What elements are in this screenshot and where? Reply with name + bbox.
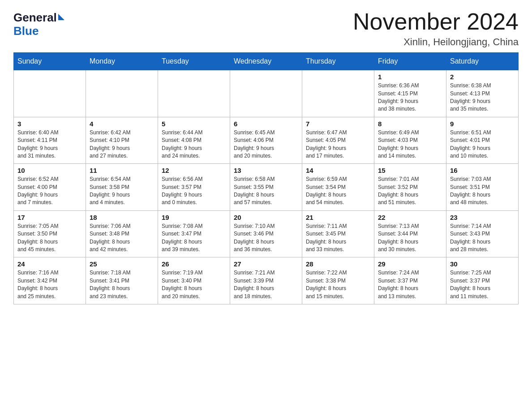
day-number: 11 — [90, 167, 154, 174]
day-number: 14 — [306, 167, 370, 174]
calendar-cell: 7Sunrise: 6:47 AM Sunset: 4:05 PM Daylig… — [302, 117, 374, 164]
day-info: Sunrise: 7:25 AM Sunset: 3:37 PM Dayligh… — [450, 269, 515, 300]
day-number: 22 — [378, 214, 442, 221]
logo: General Blue — [13, 11, 64, 38]
title-section: November 2024 Xinlin, Heilongjiang, Chin… — [353, 9, 519, 48]
day-number: 16 — [450, 167, 515, 174]
day-number: 15 — [378, 167, 442, 174]
calendar-cell — [230, 70, 302, 117]
calendar-cell: 20Sunrise: 7:10 AM Sunset: 3:46 PM Dayli… — [230, 210, 302, 257]
weekday-header-monday: Monday — [86, 53, 158, 70]
calendar-cell: 23Sunrise: 7:14 AM Sunset: 3:43 PM Dayli… — [446, 210, 519, 257]
day-number: 26 — [162, 260, 226, 268]
day-info: Sunrise: 7:24 AM Sunset: 3:37 PM Dayligh… — [378, 269, 442, 300]
calendar-cell: 3Sunrise: 6:40 AM Sunset: 4:11 PM Daylig… — [14, 117, 86, 164]
day-info: Sunrise: 7:13 AM Sunset: 3:44 PM Dayligh… — [378, 223, 442, 254]
calendar-cell: 15Sunrise: 7:01 AM Sunset: 3:52 PM Dayli… — [374, 164, 446, 211]
calendar-cell — [14, 70, 86, 117]
calendar-cell: 13Sunrise: 6:58 AM Sunset: 3:55 PM Dayli… — [230, 164, 302, 211]
calendar-week-row: 17Sunrise: 7:05 AM Sunset: 3:50 PM Dayli… — [14, 210, 519, 257]
calendar-week-row: 1Sunrise: 6:36 AM Sunset: 4:15 PM Daylig… — [14, 70, 519, 117]
page-header: General Blue November 2024 Xinlin, Heilo… — [13, 9, 519, 48]
calendar-week-row: 3Sunrise: 6:40 AM Sunset: 4:11 PM Daylig… — [14, 117, 519, 164]
day-number: 12 — [162, 167, 226, 174]
calendar-cell — [158, 70, 230, 117]
day-number: 2 — [450, 73, 515, 81]
day-number: 9 — [450, 120, 515, 128]
calendar-cell: 28Sunrise: 7:22 AM Sunset: 3:38 PM Dayli… — [302, 257, 374, 304]
calendar-cell — [302, 70, 374, 117]
day-number: 28 — [306, 260, 370, 268]
day-info: Sunrise: 6:40 AM Sunset: 4:11 PM Dayligh… — [17, 129, 82, 160]
calendar-cell: 26Sunrise: 7:19 AM Sunset: 3:40 PM Dayli… — [158, 257, 230, 304]
day-info: Sunrise: 6:54 AM Sunset: 3:58 PM Dayligh… — [90, 176, 154, 207]
day-info: Sunrise: 7:10 AM Sunset: 3:46 PM Dayligh… — [234, 223, 298, 254]
day-info: Sunrise: 7:05 AM Sunset: 3:50 PM Dayligh… — [17, 223, 82, 254]
day-info: Sunrise: 6:38 AM Sunset: 4:13 PM Dayligh… — [450, 82, 515, 113]
day-info: Sunrise: 6:52 AM Sunset: 4:00 PM Dayligh… — [17, 176, 82, 207]
day-info: Sunrise: 6:44 AM Sunset: 4:08 PM Dayligh… — [162, 129, 226, 160]
calendar-cell: 8Sunrise: 6:49 AM Sunset: 4:03 PM Daylig… — [374, 117, 446, 164]
weekday-header-sunday: Sunday — [14, 53, 86, 70]
day-info: Sunrise: 6:42 AM Sunset: 4:10 PM Dayligh… — [90, 129, 154, 160]
day-number: 25 — [90, 260, 154, 268]
day-info: Sunrise: 7:22 AM Sunset: 3:38 PM Dayligh… — [306, 269, 370, 300]
calendar-cell: 11Sunrise: 6:54 AM Sunset: 3:58 PM Dayli… — [86, 164, 158, 211]
calendar-cell: 27Sunrise: 7:21 AM Sunset: 3:39 PM Dayli… — [230, 257, 302, 304]
day-number: 1 — [378, 73, 442, 81]
day-number: 23 — [450, 214, 515, 221]
calendar-cell: 12Sunrise: 6:56 AM Sunset: 3:57 PM Dayli… — [158, 164, 230, 211]
calendar-cell: 10Sunrise: 6:52 AM Sunset: 4:00 PM Dayli… — [14, 164, 86, 211]
weekday-header-thursday: Thursday — [302, 53, 374, 70]
location-title: Xinlin, Heilongjiang, China — [353, 36, 519, 48]
day-info: Sunrise: 7:21 AM Sunset: 3:39 PM Dayligh… — [234, 269, 298, 300]
weekday-header-tuesday: Tuesday — [158, 53, 230, 70]
day-number: 24 — [17, 260, 82, 268]
day-number: 4 — [90, 120, 154, 128]
day-number: 29 — [378, 260, 442, 268]
weekday-header-wednesday: Wednesday — [230, 53, 302, 70]
day-info: Sunrise: 7:19 AM Sunset: 3:40 PM Dayligh… — [162, 269, 226, 300]
day-number: 21 — [306, 214, 370, 221]
calendar-cell: 22Sunrise: 7:13 AM Sunset: 3:44 PM Dayli… — [374, 210, 446, 257]
calendar-cell — [86, 70, 158, 117]
day-number: 13 — [234, 167, 298, 174]
calendar-cell: 29Sunrise: 7:24 AM Sunset: 3:37 PM Dayli… — [374, 257, 446, 304]
calendar-cell: 24Sunrise: 7:16 AM Sunset: 3:42 PM Dayli… — [14, 257, 86, 304]
weekday-header-saturday: Saturday — [446, 53, 519, 70]
day-number: 20 — [234, 214, 298, 221]
day-info: Sunrise: 6:45 AM Sunset: 4:06 PM Dayligh… — [234, 129, 298, 160]
calendar-cell: 5Sunrise: 6:44 AM Sunset: 4:08 PM Daylig… — [158, 117, 230, 164]
day-info: Sunrise: 7:01 AM Sunset: 3:52 PM Dayligh… — [378, 176, 442, 207]
day-info: Sunrise: 7:03 AM Sunset: 3:51 PM Dayligh… — [450, 176, 515, 207]
day-number: 10 — [17, 167, 82, 174]
calendar-cell: 4Sunrise: 6:42 AM Sunset: 4:10 PM Daylig… — [86, 117, 158, 164]
logo-general-text: General — [13, 11, 57, 24]
calendar-cell: 21Sunrise: 7:11 AM Sunset: 3:45 PM Dayli… — [302, 210, 374, 257]
calendar-cell: 2Sunrise: 6:38 AM Sunset: 4:13 PM Daylig… — [446, 70, 519, 117]
logo-blue-text: Blue — [13, 24, 39, 38]
day-number: 30 — [450, 260, 515, 268]
calendar-week-row: 24Sunrise: 7:16 AM Sunset: 3:42 PM Dayli… — [14, 257, 519, 304]
day-info: Sunrise: 6:59 AM Sunset: 3:54 PM Dayligh… — [306, 176, 370, 207]
calendar-week-row: 10Sunrise: 6:52 AM Sunset: 4:00 PM Dayli… — [14, 164, 519, 211]
day-number: 18 — [90, 214, 154, 221]
day-info: Sunrise: 6:36 AM Sunset: 4:15 PM Dayligh… — [378, 82, 442, 113]
day-number: 3 — [17, 120, 82, 128]
day-number: 7 — [306, 120, 370, 128]
day-info: Sunrise: 7:16 AM Sunset: 3:42 PM Dayligh… — [17, 269, 82, 300]
calendar-cell: 1Sunrise: 6:36 AM Sunset: 4:15 PM Daylig… — [374, 70, 446, 117]
day-info: Sunrise: 6:56 AM Sunset: 3:57 PM Dayligh… — [162, 176, 226, 207]
day-number: 6 — [234, 120, 298, 128]
weekday-header-friday: Friday — [374, 53, 446, 70]
day-info: Sunrise: 7:18 AM Sunset: 3:41 PM Dayligh… — [90, 269, 154, 300]
day-number: 5 — [162, 120, 226, 128]
day-number: 19 — [162, 214, 226, 221]
calendar-cell: 17Sunrise: 7:05 AM Sunset: 3:50 PM Dayli… — [14, 210, 86, 257]
calendar-cell: 25Sunrise: 7:18 AM Sunset: 3:41 PM Dayli… — [86, 257, 158, 304]
day-number: 8 — [378, 120, 442, 128]
calendar-cell: 14Sunrise: 6:59 AM Sunset: 3:54 PM Dayli… — [302, 164, 374, 211]
day-info: Sunrise: 7:14 AM Sunset: 3:43 PM Dayligh… — [450, 223, 515, 254]
calendar-cell: 19Sunrise: 7:08 AM Sunset: 3:47 PM Dayli… — [158, 210, 230, 257]
day-info: Sunrise: 6:58 AM Sunset: 3:55 PM Dayligh… — [234, 176, 298, 207]
